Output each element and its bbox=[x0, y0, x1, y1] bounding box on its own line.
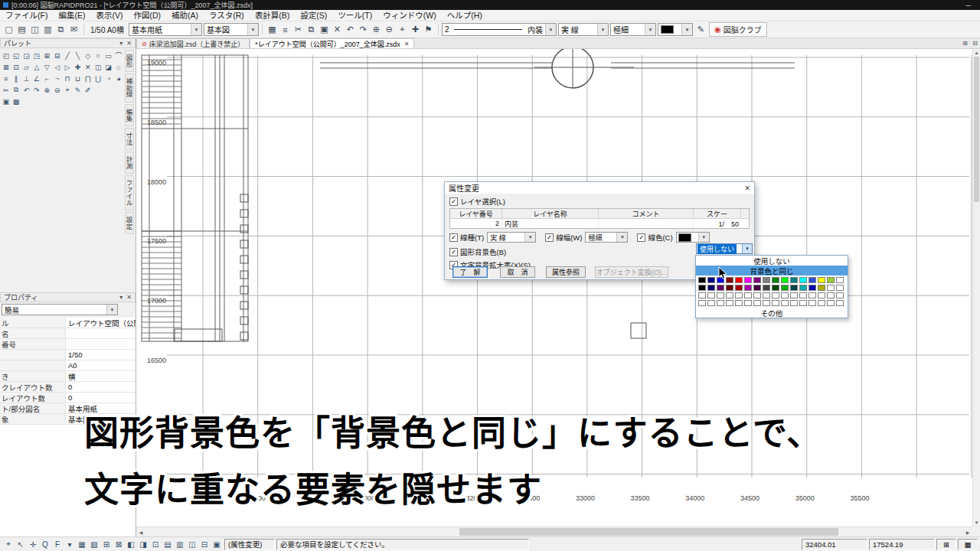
dialog-title-bar[interactable]: 属性変更 ✕ bbox=[445, 182, 754, 194]
redo-icon[interactable]: ↷ bbox=[357, 23, 370, 36]
palette-tool-icon[interactable]: ◲ bbox=[21, 50, 31, 61]
palette-tool-icon[interactable]: ╱ bbox=[62, 50, 72, 61]
color-swatch[interactable] bbox=[836, 300, 844, 306]
color-swatch[interactable] bbox=[808, 277, 816, 283]
popup-option[interactable]: 使用しない bbox=[696, 256, 848, 266]
snap-toggle-icon[interactable]: ▦ bbox=[958, 539, 978, 550]
color-swatch[interactable] bbox=[827, 285, 835, 291]
color-swatch[interactable] bbox=[726, 292, 733, 298]
split-horizontal-icon[interactable]: ⊞ bbox=[960, 39, 970, 48]
split-vertical-icon[interactable]: ⊟ bbox=[970, 39, 980, 48]
color-swatch[interactable] bbox=[717, 300, 724, 306]
palette-tool-icon[interactable]: ◁ bbox=[52, 61, 62, 73]
pan-icon[interactable]: ✚ bbox=[409, 23, 422, 36]
scroll-down-icon[interactable]: ▼ bbox=[973, 519, 980, 527]
grid-icon[interactable]: ▦ bbox=[76, 539, 88, 550]
layer-table-row[interactable]: 2 内装 1/ 50 bbox=[450, 219, 749, 228]
line-style-icon[interactable]: ≡ bbox=[279, 23, 292, 36]
document-tab[interactable]: ⊘床梁追加図.zsd（上書き禁止） bbox=[136, 38, 250, 48]
palette-tool-icon[interactable]: ⌖ bbox=[62, 84, 72, 96]
palette-tool-icon[interactable]: ≡ bbox=[1, 73, 11, 84]
color-swatch[interactable] bbox=[818, 300, 825, 306]
dropdown-icon[interactable]: ▾ bbox=[64, 539, 76, 550]
grid-toggle-icon[interactable]: ⊞ bbox=[936, 539, 956, 550]
color-swatch[interactable] bbox=[753, 300, 761, 306]
dock-icon[interactable]: ▾ bbox=[119, 294, 122, 301]
table-icon[interactable]: ▦ bbox=[266, 23, 279, 36]
zoom-extents-icon[interactable]: ⌖ bbox=[396, 23, 409, 36]
color-swatch[interactable] bbox=[772, 300, 779, 306]
color-swatch[interactable] bbox=[827, 300, 835, 306]
palette-tab[interactable]: 図形 bbox=[125, 50, 134, 72]
palette-tool-icon[interactable]: △ bbox=[31, 61, 41, 73]
palette-tool-icon[interactable]: ✚ bbox=[73, 61, 83, 73]
color-swatch[interactable] bbox=[772, 285, 779, 291]
palette-tool-icon[interactable]: ⋂ bbox=[83, 73, 93, 84]
color-swatch[interactable] bbox=[735, 285, 743, 291]
color-swatch[interactable] bbox=[781, 292, 789, 298]
select-box-icon[interactable]: ▣ bbox=[211, 539, 223, 550]
color-swatch[interactable] bbox=[763, 277, 770, 283]
hatch-icon[interactable]: ▧ bbox=[88, 539, 100, 550]
color-swatch[interactable] bbox=[799, 292, 807, 298]
color-swatch[interactable] bbox=[717, 292, 724, 298]
palette-tool-icon[interactable]: ◔ bbox=[103, 73, 113, 84]
layer-view-icon[interactable]: ▤ bbox=[162, 539, 174, 550]
ortho-icon[interactable]: ⊟ bbox=[198, 539, 211, 550]
color-swatch[interactable] bbox=[781, 285, 789, 291]
paper-select[interactable]: 基本用紙 ▼ bbox=[129, 23, 202, 36]
palette-tool-icon[interactable]: ◰ bbox=[1, 50, 11, 61]
minimize-icon[interactable]: ─ bbox=[966, 2, 971, 9]
menu-item[interactable]: 表示(V) bbox=[90, 10, 128, 21]
dialog-linewidth-select[interactable]: 極細 ▼ bbox=[585, 232, 628, 243]
delete-icon[interactable]: ✕ bbox=[331, 23, 344, 36]
copy-icon[interactable]: ⧉ bbox=[305, 23, 318, 36]
palette-tool-icon[interactable]: ▭ bbox=[103, 50, 113, 61]
color-swatch[interactable] bbox=[726, 300, 733, 306]
palette-tool-icon[interactable]: ▩ bbox=[11, 96, 21, 107]
palette-tool-icon[interactable]: ⊞ bbox=[42, 50, 52, 61]
layer-select[interactable]: 2 内装 ▼ bbox=[442, 23, 557, 36]
color-swatch[interactable] bbox=[763, 292, 770, 298]
color-swatch[interactable] bbox=[836, 277, 844, 283]
menu-item[interactable]: ツール(T) bbox=[332, 10, 377, 21]
save-icon[interactable]: ◫ bbox=[28, 23, 41, 36]
zoom-out-icon[interactable]: ⊖ bbox=[383, 23, 396, 36]
menu-item[interactable]: ファイル(F) bbox=[0, 10, 53, 21]
color-swatch[interactable] bbox=[763, 285, 770, 291]
dialog-linetype-select[interactable]: 実 線 ▼ bbox=[487, 232, 536, 243]
color-swatch[interactable] bbox=[818, 292, 825, 298]
palette-tool-icon[interactable]: ◪ bbox=[103, 61, 113, 73]
color-swatch[interactable] bbox=[772, 277, 779, 283]
vertical-scrollbar[interactable]: ▲ ▼ bbox=[972, 49, 980, 527]
print-preview-icon[interactable]: ⧉ bbox=[54, 23, 67, 36]
menu-item[interactable]: 表計算(B) bbox=[250, 10, 296, 21]
palette-tab[interactable]: 補助線 bbox=[125, 73, 134, 103]
color-swatch[interactable] bbox=[744, 300, 752, 306]
color-swatch[interactable] bbox=[799, 300, 807, 306]
color-swatch[interactable] bbox=[790, 292, 798, 298]
mail-icon[interactable]: ✉ bbox=[67, 23, 80, 36]
color-swatch[interactable] bbox=[790, 277, 798, 283]
color-swatch[interactable] bbox=[698, 277, 706, 283]
color-swatch[interactable] bbox=[698, 285, 706, 291]
color-swatch[interactable] bbox=[744, 285, 752, 291]
palette-tab[interactable]: 計測 bbox=[125, 152, 134, 174]
color-swatch[interactable] bbox=[707, 277, 715, 283]
color-swatch[interactable] bbox=[753, 292, 761, 298]
palette-tool-icon[interactable]: ⊕ bbox=[42, 84, 52, 96]
snap-left-icon[interactable]: ◧ bbox=[125, 539, 137, 550]
linewidth-checkbox[interactable]: ✓ 線幅(W) bbox=[545, 232, 582, 243]
color-swatch[interactable] bbox=[808, 292, 816, 298]
palette-tool-icon[interactable]: ▣ bbox=[1, 96, 11, 107]
menu-item[interactable]: ラスタ(R) bbox=[204, 10, 250, 21]
close-icon[interactable]: ✕ bbox=[126, 40, 132, 47]
color-swatch[interactable] bbox=[763, 300, 770, 306]
color-swatch[interactable] bbox=[818, 277, 825, 283]
palette-tool-icon[interactable]: ⋃ bbox=[93, 73, 103, 84]
menu-item[interactable]: 編集(E) bbox=[53, 10, 90, 21]
palette-tool-icon[interactable]: ◱ bbox=[11, 50, 21, 61]
palette-tab[interactable]: 編集 bbox=[125, 104, 134, 126]
color-swatch[interactable] bbox=[827, 277, 835, 283]
print-icon[interactable]: ▥ bbox=[41, 23, 54, 36]
